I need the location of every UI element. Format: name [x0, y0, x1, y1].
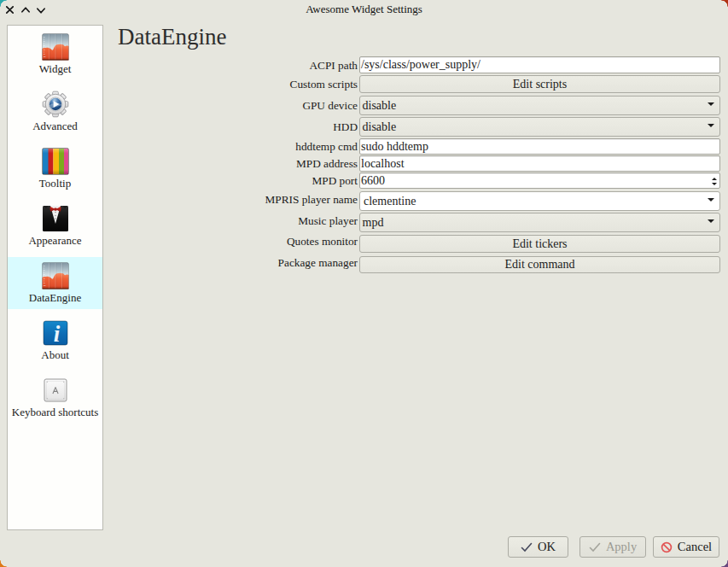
svg-text:i: i [53, 321, 60, 347]
